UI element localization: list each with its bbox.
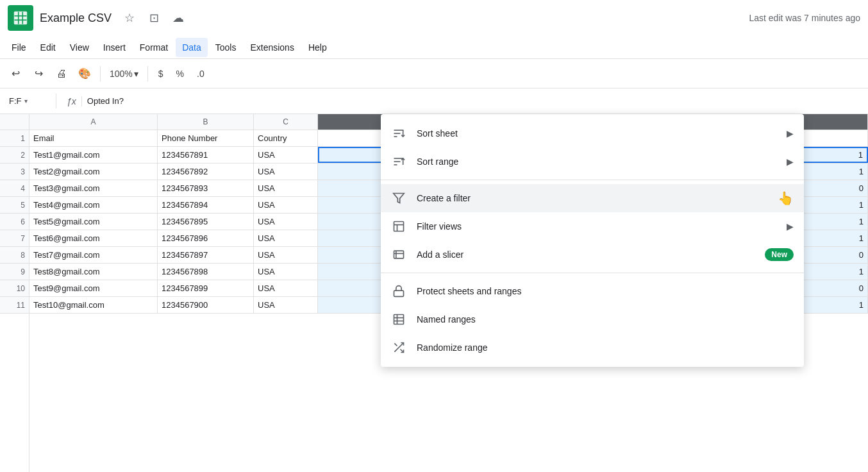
cell-7c[interactable]: USA <box>254 230 318 246</box>
redo-button[interactable]: ↪ <box>28 63 49 84</box>
protect-sheets-label: Protect sheets and ranges <box>417 286 794 296</box>
menu-help[interactable]: Help <box>302 38 333 57</box>
cell-6b[interactable]: 1234567895 <box>158 214 254 230</box>
menu-item-filter-views[interactable]: Filter views ▶ <box>381 212 804 240</box>
dropdown-separator-2 <box>381 273 804 273</box>
paint-format-button[interactable]: 🎨 <box>74 63 95 84</box>
cell-11b[interactable]: 1234567900 <box>158 297 254 313</box>
randomize-range-label: Randomize range <box>417 342 794 353</box>
zoom-selector[interactable]: 100% ▾ <box>106 67 142 80</box>
cell-10a[interactable]: Test9@gmail.com <box>29 280 158 296</box>
cell-1c[interactable]: Country <box>254 130 318 146</box>
cell-6a[interactable]: Test5@gmail.com <box>29 214 158 230</box>
cell-9b[interactable]: 1234567898 <box>158 264 254 280</box>
menu-item-randomize-range[interactable]: Randomize range <box>381 333 804 362</box>
menu-file[interactable]: File <box>5 38 33 57</box>
menu-item-add-slicer[interactable]: Add a slicer New <box>381 240 804 269</box>
cell-11c[interactable]: USA <box>254 297 318 313</box>
cell-8a[interactable]: Test7@gmail.com <box>29 247 158 263</box>
zoom-value: 100% <box>110 69 133 79</box>
row-num-2: 2 <box>0 147 29 164</box>
svg-rect-23 <box>394 315 404 324</box>
row-numbers: 1 2 3 4 5 6 7 8 9 10 11 <box>0 114 29 472</box>
cell-4b[interactable]: 1234567893 <box>158 180 254 196</box>
row-num-9: 9 <box>0 264 29 280</box>
cell-4a[interactable]: Test3@gmail.com <box>29 180 158 196</box>
percent-button[interactable]: % <box>171 63 189 84</box>
undo-button[interactable]: ↩ <box>5 63 26 84</box>
toolbar: ↩ ↪ 🖨 🎨 100% ▾ $ % .0 <box>0 59 868 88</box>
formula-bar: F:F ▾ ƒx Opted In? <box>0 88 868 114</box>
cell-7b[interactable]: 1234567896 <box>158 230 254 246</box>
cell-ref-arrow: ▾ <box>24 97 28 105</box>
data-menu-dropdown: Sort sheet ▶ Sort range ▶ <box>381 114 804 367</box>
cell-9a[interactable]: Test8@gmail.com <box>29 264 158 280</box>
cell-9c[interactable]: USA <box>254 264 318 280</box>
toolbar-separator-1 <box>100 66 101 81</box>
new-badge: New <box>765 248 794 261</box>
menu-tools[interactable]: Tools <box>209 38 243 57</box>
cell-5c[interactable]: USA <box>254 197 318 213</box>
star-icon[interactable]: ☆ <box>121 9 138 27</box>
cell-1b[interactable]: Phone Number <box>158 130 254 146</box>
menu-item-sort-range[interactable]: Sort range ▶ <box>381 148 804 176</box>
menu-item-named-ranges[interactable]: Named ranges <box>381 305 804 333</box>
row-num-5: 5 <box>0 197 29 214</box>
cell-4c[interactable]: USA <box>254 180 318 196</box>
cell-10c[interactable]: USA <box>254 280 318 296</box>
filter-views-arrow: ▶ <box>787 221 794 232</box>
app-icon <box>8 5 33 31</box>
sort-sheet-icon <box>391 126 406 141</box>
cell-5a[interactable]: Test4@gmail.com <box>29 197 158 213</box>
cell-8c[interactable]: USA <box>254 247 318 263</box>
cell-2a[interactable]: Test1@gmail.com <box>29 147 158 163</box>
menu-insert[interactable]: Insert <box>97 38 132 57</box>
row-num-3: 3 <box>0 164 29 180</box>
filter-views-label: Filter views <box>417 221 776 232</box>
svg-rect-0 <box>14 12 27 24</box>
menu-data[interactable]: Data <box>176 38 208 57</box>
cell-10b[interactable]: 1234567899 <box>158 280 254 296</box>
cell-7a[interactable]: Test6@gmail.com <box>29 230 158 246</box>
menu-extensions[interactable]: Extensions <box>244 38 300 57</box>
move-icon[interactable]: ⊡ <box>145 9 163 27</box>
cloud-icon[interactable]: ☁ <box>169 9 187 27</box>
col-header-b[interactable]: B <box>158 114 254 130</box>
named-ranges-icon <box>391 312 406 327</box>
row-num-10: 10 <box>0 280 29 297</box>
cell-3a[interactable]: Test2@gmail.com <box>29 164 158 180</box>
randomize-range-icon <box>391 340 406 355</box>
cell-1a[interactable]: Email <box>29 130 158 146</box>
sort-sheet-arrow: ▶ <box>787 128 794 139</box>
cell-2b[interactable]: 1234567891 <box>158 147 254 163</box>
decimal-button[interactable]: .0 <box>192 63 210 84</box>
sort-range-icon <box>391 154 406 169</box>
cell-3b[interactable]: 1234567892 <box>158 164 254 180</box>
col-header-a[interactable]: A <box>29 114 158 130</box>
cell-5b[interactable]: 1234567894 <box>158 197 254 213</box>
cell-6c[interactable]: USA <box>254 214 318 230</box>
col-header-c[interactable]: C <box>254 114 318 130</box>
menu-format[interactable]: Format <box>133 38 174 57</box>
print-button[interactable]: 🖨 <box>51 63 72 84</box>
title-action-icons: ☆ ⊡ ☁ <box>121 9 187 27</box>
cell-3c[interactable]: USA <box>254 164 318 180</box>
cell-11a[interactable]: Test10@gmail.com <box>29 297 158 313</box>
row-num-7: 7 <box>0 230 29 247</box>
currency-button[interactable]: $ <box>153 63 169 84</box>
cell-2c[interactable]: USA <box>254 147 318 163</box>
menu-item-create-filter[interactable]: Create a filter 👆 <box>381 184 804 212</box>
menu-edit[interactable]: Edit <box>34 38 62 57</box>
filter-views-icon <box>391 219 406 234</box>
menu-item-sort-sheet[interactable]: Sort sheet ▶ <box>381 119 804 148</box>
formula-content[interactable]: Opted In? <box>87 96 863 106</box>
cell-reference[interactable]: F:F ▾ <box>5 94 56 108</box>
menu-item-protect-sheets[interactable]: Protect sheets and ranges <box>381 277 804 305</box>
menu-view[interactable]: View <box>63 38 96 57</box>
protect-sheets-icon <box>391 283 406 299</box>
cell-8b[interactable]: 1234567897 <box>158 247 254 263</box>
row-num-8: 8 <box>0 247 29 264</box>
document-title: Example CSV <box>40 12 112 25</box>
row-num-4: 4 <box>0 180 29 197</box>
spreadsheet-area: 1 2 3 4 5 6 7 8 9 10 11 A B C Email Phon… <box>0 114 868 472</box>
